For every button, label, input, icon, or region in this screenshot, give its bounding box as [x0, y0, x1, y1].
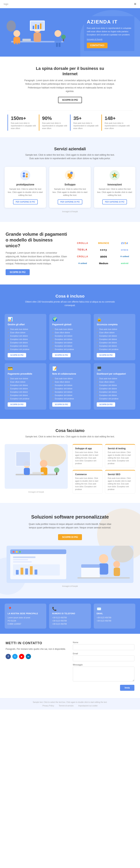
page-footer: Sample text. Click to select the text bo… — [0, 698, 140, 710]
stat-label-1: Duis aute irure dolor in reprehenderit i… — [11, 122, 36, 130]
svg-rect-4 — [18, 43, 19, 47]
facciamo-section: Cosa facciamo Sample text. Click to sele… — [0, 419, 140, 503]
stat-label-2: Duis aute irure dolor in reprehenderit i… — [42, 122, 67, 130]
stat-item-4: 148+ Duis aute irure dolor in reprehende… — [101, 115, 133, 131]
footer-link-cookies[interactable]: Impostazioni sui cookie — [78, 705, 97, 707]
footer-info-section: 📍 LA NOSTRA SEDE PRINCIPALE Lorem ipsum … — [0, 598, 140, 634]
address-icon: 📍 — [8, 607, 43, 611]
incluso-cta-1[interactable]: SCOPRI DI PIÙ — [8, 353, 26, 357]
facciamo-card-desc-1: Duis aute irure dolore. Click again to d… — [75, 451, 100, 465]
svg-rect-57 — [16, 570, 19, 575]
incluso-icon-6: 🖥️ — [97, 366, 132, 371]
service-title-3: Innovazioni — [97, 183, 133, 186]
navigation: logo ≡ — [0, 0, 140, 8]
facciamo-card-3: Commerce Duis aute irure dolore. Click a… — [72, 470, 103, 494]
form-submit-button[interactable]: Invia — [120, 685, 134, 691]
svg-rect-53 — [13, 557, 36, 558]
facciamo-illustration — [5, 444, 68, 489]
service-cta-2[interactable]: PER SAPERNE DI PIÙ — [58, 199, 82, 205]
facciamo-content: Immagini di freepik Sviluppo di app Duis… — [5, 444, 135, 494]
services-title: Servizi aziendali — [5, 147, 135, 151]
hero-section: AZIENDA IT Duis aute irure dolor in repr… — [0, 8, 140, 57]
incluso-features-1: ✓Duis aute irure dolore ✓Esse cillum dol… — [8, 328, 43, 351]
logos-grid: CROLLA BINANCE EV5A TESLA sony crocs CRO… — [73, 241, 134, 266]
form-name-input[interactable] — [73, 644, 134, 650]
svg-rect-39 — [24, 468, 30, 475]
svg-point-21 — [6, 21, 16, 32]
incluso-features-4: ✓Duis aute irure dolore ✓Esse cillum dol… — [8, 377, 43, 401]
svg-point-40 — [40, 460, 47, 467]
hero-description: Duis aute irure dolor in reprehenderit i… — [87, 27, 132, 36]
service-cta-3[interactable]: PER SAPERNE DI PIÙ — [102, 199, 127, 205]
incluso-item-6: 🖥️ Dashboard per sviluppatori ✓Duis aute… — [94, 363, 135, 410]
svg-rect-42 — [32, 472, 44, 474]
form-email-label: Email — [73, 652, 134, 655]
svg-point-46 — [54, 467, 60, 473]
svg-rect-47 — [56, 472, 57, 475]
incluso-cta-2[interactable]: SCOPRI DI PIÙ — [52, 353, 71, 357]
spine-description: Paragraph. Lorem ipsum dolor sit amet, c… — [23, 79, 117, 93]
svg-rect-17 — [22, 39, 31, 41]
footer-card-email: ✉️ EMAIL +39 0123 456789 +39 0123 456789 — [94, 603, 135, 628]
svg-rect-6 — [33, 33, 41, 42]
hero-cta-button[interactable]: CONTATTACI — [87, 43, 108, 48]
phone-icon: 📞 — [52, 607, 88, 611]
facebook-icon[interactable]: f — [6, 654, 11, 659]
svg-point-62 — [99, 554, 108, 563]
facciamo-image-wrapper: Immagini di freepik — [5, 444, 68, 493]
logo-unileed-2: ♾ unileed — [73, 261, 92, 266]
services-section: Servizi aziendali Sample text. Click to … — [0, 137, 140, 222]
svg-rect-65 — [81, 564, 100, 568]
logo: logo — [4, 3, 8, 5]
linkedin-icon[interactable]: in — [26, 654, 31, 659]
form-email-input[interactable] — [73, 655, 134, 661]
incluso-title-6: Dashboard per sviluppatori — [97, 373, 132, 375]
incluso-icon-5: 📝 — [52, 366, 88, 371]
service-desc-2: Sample text. Click to select the text bo… — [52, 187, 88, 197]
svg-rect-16 — [40, 24, 42, 29]
footer-link-privacy[interactable]: Privacy Policy — [42, 705, 54, 707]
contact-form: Nome Email Messaggio Invia — [73, 641, 134, 691]
svg-rect-29 — [69, 177, 71, 178]
hero-freepik-link[interactable]: Immagini di freepik — [87, 38, 132, 40]
stat-number-2: 90% — [42, 116, 67, 121]
spine-section: La spina dorsale per il business su Inte… — [0, 57, 140, 137]
address-title: LA NOSTRA SEDE PRINCIPALE — [8, 613, 43, 615]
footer-links: Privacy Policy Termini di servizio Impos… — [6, 705, 134, 707]
logo-sony: sony — [94, 247, 114, 252]
stat-item-1: 150m+ Duis aute irure dolor in reprehend… — [7, 115, 39, 131]
incluso-icon-2: 🌍 — [52, 317, 88, 322]
stat-number-4: 148+ — [105, 116, 130, 121]
incluso-cta-3[interactable]: SCOPRI DI PIÙ — [97, 353, 115, 357]
footer-link-terms[interactable]: Termini di servizio — [59, 705, 73, 707]
software-image-credit: Immagini di freepik — [6, 585, 134, 587]
payments-cta-button[interactable]: SCOPRI DI PIÙ — [6, 269, 30, 275]
facciamo-card-title-1: Sviluppo di app — [75, 447, 100, 450]
incluso-cta-6[interactable]: SCOPRI DI PIÙ — [97, 402, 115, 407]
menu-icon[interactable]: ≡ — [134, 2, 136, 6]
address-details: Lorem ipsum dolor sit amet PO 01234 € 08… — [8, 616, 43, 626]
contact-description: Paragrafo. Per iniziare tutto quello che… — [6, 647, 67, 651]
facciamo-card-desc-4: Duis aute irure dolore. Click again to d… — [108, 477, 133, 491]
youtube-icon[interactable]: ▶ — [19, 654, 24, 659]
incluso-cta-5[interactable]: SCOPRI DI PIÙ — [52, 402, 71, 407]
service-cta-1[interactable]: PER SAPERNE DI PIÙ — [13, 199, 38, 205]
payments-section: Grande volume di pagamenti o modello di … — [0, 222, 140, 284]
svg-rect-49 — [10, 550, 66, 554]
stat-label-3: Duis aute irure dolor in reprehenderit i… — [73, 122, 98, 130]
twitter-icon[interactable]: t — [12, 654, 18, 659]
svg-point-23 — [23, 173, 25, 175]
logo-medium: Medium — [94, 261, 114, 266]
footer-cards-row: 📍 LA NOSTRA SEDE PRINCIPALE Lorem ipsum … — [5, 603, 135, 628]
incluso-cta-4[interactable]: SCOPRI DI PIÙ — [8, 402, 26, 407]
svg-rect-45 — [16, 452, 30, 466]
software-cta-button[interactable]: SCOPRI DI PIÙ — [58, 534, 82, 540]
incluso-title-2: Pagamenti globali — [52, 323, 88, 326]
service-desc-3: Sample text. Click to select the text bo… — [97, 187, 133, 197]
form-message-textarea[interactable] — [73, 666, 134, 681]
software-section: Soluzioni software personalizzate Quam n… — [0, 503, 140, 598]
facciamo-card-title-2: Servizi di testing — [108, 447, 133, 450]
svg-rect-20 — [63, 39, 64, 41]
spine-cta-button[interactable]: SCOPRI DI PIÙ — [58, 97, 82, 103]
svg-point-66 — [111, 546, 134, 562]
